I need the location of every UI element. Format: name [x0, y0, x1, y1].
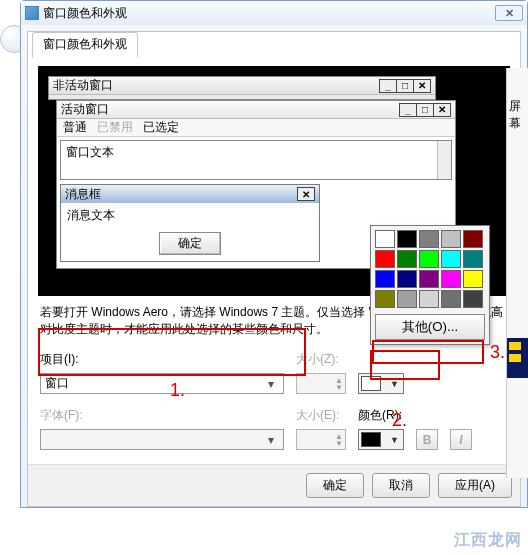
- chevron-down-icon: ▼: [387, 435, 402, 445]
- close-button[interactable]: ✕: [495, 5, 523, 21]
- palette-swatch[interactable]: [375, 230, 395, 248]
- palette-swatch[interactable]: [375, 270, 395, 288]
- italic-button: I: [450, 429, 472, 450]
- palette-swatch[interactable]: [441, 290, 461, 308]
- size1-spinner: ▲▼: [296, 373, 346, 394]
- msgbox-title: 消息框: [65, 186, 298, 203]
- form: 项目(I): 大小(Z): 窗口 ▾ ▲▼ ▼ 字体(F): 大小: [40, 349, 508, 451]
- window-text: 窗口文本: [66, 145, 114, 159]
- color1-button[interactable]: ▼: [358, 373, 404, 394]
- chevron-down-icon: ▼: [387, 379, 402, 389]
- menu-normal: 普通: [63, 119, 87, 136]
- item-label: 项目(I):: [40, 351, 284, 368]
- dialog-buttons: 确定 取消 应用(A): [28, 464, 520, 506]
- palette-swatch[interactable]: [463, 290, 483, 308]
- msgbox-text: 消息文本: [61, 203, 319, 230]
- palette-swatch[interactable]: [397, 250, 417, 268]
- other-color-button[interactable]: 其他(O)...: [375, 314, 485, 340]
- preview-body: 窗口文本: [60, 140, 452, 180]
- palette-swatch[interactable]: [397, 290, 417, 308]
- palette-swatch[interactable]: [441, 270, 461, 288]
- palette-swatch[interactable]: [419, 290, 439, 308]
- background-window-peek: 屏幕: [506, 68, 528, 478]
- msgbox-ok-button[interactable]: 确定: [159, 232, 221, 255]
- close-icon: ✕: [297, 187, 315, 201]
- tab-appearance[interactable]: 窗口颜色和外观: [32, 32, 138, 58]
- bold-button: B: [416, 429, 438, 450]
- item-combo[interactable]: 窗口 ▾: [40, 373, 284, 394]
- item-combo-value: 窗口: [45, 375, 69, 392]
- font-combo: ▾: [40, 429, 284, 450]
- size1-label: 大小(Z):: [296, 351, 346, 368]
- preview-menu: 普通 已禁用 已选定: [57, 119, 455, 137]
- palette-swatch[interactable]: [419, 230, 439, 248]
- cancel-button[interactable]: 取消: [372, 473, 430, 498]
- color2-button[interactable]: ▼: [358, 429, 404, 450]
- max-icon: □: [396, 79, 414, 93]
- side-label: 屏幕: [507, 68, 528, 132]
- close-icon: ✕: [413, 79, 431, 93]
- watermark: 江西龙网: [454, 530, 522, 551]
- palette-swatch[interactable]: [419, 250, 439, 268]
- menu-selected: 已选定: [143, 119, 179, 136]
- chevron-down-icon: ▾: [263, 377, 279, 391]
- appearance-icon: [25, 6, 39, 20]
- palette-grid: [375, 230, 485, 308]
- size2-spinner: ▲▼: [296, 429, 346, 450]
- color2-swatch: [361, 432, 381, 447]
- color-palette-popup: 其他(O)...: [370, 225, 490, 345]
- palette-swatch[interactable]: [441, 230, 461, 248]
- min-icon: _: [399, 103, 417, 117]
- scrollbar: [437, 141, 451, 179]
- preview-inactive-window: 非活动窗口 _ □ ✕: [48, 76, 436, 100]
- palette-swatch[interactable]: [375, 290, 395, 308]
- apply-button[interactable]: 应用(A): [438, 473, 512, 498]
- max-icon: □: [416, 103, 434, 117]
- inactive-window-title: 非活动窗口: [53, 77, 380, 94]
- palette-swatch[interactable]: [463, 270, 483, 288]
- palette-swatch[interactable]: [463, 250, 483, 268]
- dialog-title: 窗口颜色和外观: [43, 5, 495, 22]
- min-icon: _: [379, 79, 397, 93]
- active-window-title: 活动窗口: [61, 101, 400, 118]
- titlebar: 窗口颜色和外观 ✕: [21, 1, 527, 25]
- palette-swatch[interactable]: [441, 250, 461, 268]
- palette-swatch[interactable]: [419, 270, 439, 288]
- preview-msgbox: 消息框 ✕ 消息文本 确定: [60, 184, 320, 262]
- size2-label: 大小(E):: [296, 407, 346, 424]
- palette-swatch[interactable]: [397, 230, 417, 248]
- palette-swatch[interactable]: [375, 250, 395, 268]
- font-label: 字体(F):: [40, 407, 284, 424]
- chevron-down-icon: ▾: [263, 433, 279, 447]
- menu-disabled: 已禁用: [97, 119, 133, 136]
- color2-label: 颜色(R):: [358, 407, 424, 424]
- palette-swatch[interactable]: [463, 230, 483, 248]
- color1-swatch: [361, 376, 381, 391]
- palette-swatch[interactable]: [397, 270, 417, 288]
- ok-button[interactable]: 确定: [306, 473, 364, 498]
- close-icon: ✕: [433, 103, 451, 117]
